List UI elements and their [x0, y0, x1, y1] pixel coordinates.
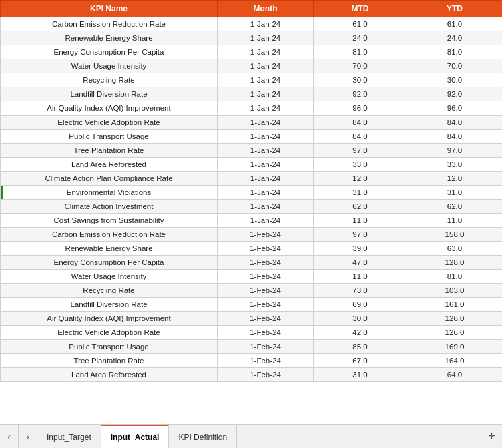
cell-kpi-name: Water Usage Intensity [1, 59, 218, 73]
table-row: Public Transport Usage1-Jan-2484.084.0 [1, 130, 503, 144]
bottom-tabs: ‹ › Input_Target Input_Actual KPI Defini… [0, 424, 502, 448]
table-row: Landfill Diversion Rate1-Feb-2469.0161.0 [1, 298, 503, 312]
cell-mtd: 11.0 [314, 214, 407, 228]
tab-arrow-right[interactable]: › [19, 425, 37, 449]
cell-month: 1-Feb-24 [218, 284, 314, 298]
cell-ytd: 128.0 [407, 256, 503, 270]
cell-ytd: 12.0 [407, 172, 503, 186]
table-row: Recycling Rate1-Jan-2430.030.0 [1, 73, 503, 87]
table-row: Climate Action Investment1-Jan-2462.062.… [1, 200, 503, 214]
cell-mtd: 33.0 [314, 158, 407, 172]
table-row: Carbon Emission Reduction Rate1-Feb-2497… [1, 228, 503, 242]
cell-mtd: 84.0 [314, 130, 407, 144]
table-row: Environmental Violations1-Jan-2431.031.0 [1, 186, 503, 200]
cell-ytd: 62.0 [407, 200, 503, 214]
cell-kpi-name: Carbon Emission Reduction Rate [1, 228, 218, 242]
cell-ytd: 70.0 [407, 59, 503, 73]
cell-month: 1-Jan-24 [218, 45, 314, 59]
cell-ytd: 84.0 [407, 116, 503, 130]
cell-mtd: 11.0 [314, 270, 407, 284]
cell-kpi-name: Air Quality Index (AQI) Improvement [1, 101, 218, 116]
cell-mtd: 62.0 [314, 200, 407, 214]
table-row: Cost Savings from Sustainability1-Jan-24… [1, 214, 503, 228]
cell-mtd: 31.0 [314, 186, 407, 200]
cell-mtd: 12.0 [314, 172, 407, 186]
table-row: Land Area Reforested1-Jan-2433.033.0 [1, 158, 503, 172]
cell-month: 1-Feb-24 [218, 298, 314, 312]
table-body: Carbon Emission Reduction Rate1-Jan-2461… [1, 17, 503, 382]
cell-month: 1-Jan-24 [218, 144, 314, 158]
cell-mtd: 31.0 [314, 368, 407, 382]
cell-mtd: 85.0 [314, 340, 407, 354]
table-row: Energy Consumption Per Capita1-Feb-2447.… [1, 256, 503, 270]
cell-mtd: 39.0 [314, 242, 407, 256]
cell-kpi-name: Climate Action Investment [1, 200, 218, 214]
cell-ytd: 30.0 [407, 73, 503, 87]
table-row: Recycling Rate1-Feb-2473.0103.0 [1, 284, 503, 298]
cell-month: 1-Jan-24 [218, 31, 314, 45]
green-indicator-bar [1, 186, 3, 199]
cell-kpi-name: Energy Consumption Per Capita [1, 256, 218, 270]
cell-ytd: 61.0 [407, 17, 503, 31]
table-row: Tree Plantation Rate1-Feb-2467.0164.0 [1, 354, 503, 368]
cell-kpi-name: Land Area Reforested [1, 368, 218, 382]
cell-month: 1-Feb-24 [218, 326, 314, 340]
cell-month: 1-Feb-24 [218, 242, 314, 256]
table-row: Public Transport Usage1-Feb-2485.0169.0 [1, 340, 503, 354]
tab-input-target[interactable]: Input_Target [37, 425, 101, 449]
cell-mtd: 30.0 [314, 312, 407, 326]
table-container[interactable]: KPI Name Month MTD YTD Carbon Emission R… [0, 0, 502, 424]
cell-ytd: 169.0 [407, 340, 503, 354]
cell-mtd: 70.0 [314, 59, 407, 73]
cell-mtd: 30.0 [314, 73, 407, 87]
cell-kpi-name: Energy Consumption Per Capita [1, 45, 218, 59]
cell-mtd: 81.0 [314, 45, 407, 59]
cell-month: 1-Feb-24 [218, 256, 314, 270]
tab-kpi-definition[interactable]: KPI Definition [169, 425, 237, 449]
cell-mtd: 47.0 [314, 256, 407, 270]
cell-kpi-name: Tree Plantation Rate [1, 354, 218, 368]
cell-ytd: 161.0 [407, 298, 503, 312]
cell-ytd: 158.0 [407, 228, 503, 242]
cell-kpi-name: Cost Savings from Sustainability [1, 214, 218, 228]
cell-ytd: 33.0 [407, 158, 503, 172]
table-row: Energy Consumption Per Capita1-Jan-2481.… [1, 45, 503, 59]
tab-arrow-left[interactable]: ‹ [0, 425, 19, 449]
cell-ytd: 64.0 [407, 368, 503, 382]
cell-mtd: 42.0 [314, 326, 407, 340]
kpi-table: KPI Name Month MTD YTD Carbon Emission R… [0, 0, 502, 382]
cell-ytd: 92.0 [407, 87, 503, 101]
cell-kpi-name: Air Quality Index (AQI) Improvement [1, 312, 218, 326]
tab-add-button[interactable]: + [481, 425, 502, 449]
col-kpi-name: KPI Name [1, 1, 218, 17]
cell-ytd: 97.0 [407, 144, 503, 158]
table-row: Landfill Diversion Rate1-Jan-2492.092.0 [1, 87, 503, 101]
table-header-row: KPI Name Month MTD YTD [1, 1, 503, 17]
cell-kpi-name: Renewable Energy Share [1, 242, 218, 256]
table-row: Tree Plantation Rate1-Jan-2497.097.0 [1, 144, 503, 158]
cell-month: 1-Feb-24 [218, 340, 314, 354]
table-row: Carbon Emission Reduction Rate1-Jan-2461… [1, 17, 503, 31]
col-mtd: MTD [314, 1, 407, 17]
table-row: Electric Vehicle Adoption Rate1-Feb-2442… [1, 326, 503, 340]
tab-input-actual[interactable]: Input_Actual [101, 425, 170, 449]
cell-kpi-name: Recycling Rate [1, 73, 218, 87]
cell-kpi-name: Electric Vehicle Adoption Rate [1, 116, 218, 130]
cell-month: 1-Jan-24 [218, 172, 314, 186]
cell-kpi-name: Electric Vehicle Adoption Rate [1, 326, 218, 340]
cell-mtd: 24.0 [314, 31, 407, 45]
table-row: Air Quality Index (AQI) Improvement1-Jan… [1, 101, 503, 116]
cell-month: 1-Jan-24 [218, 200, 314, 214]
cell-kpi-name: Carbon Emission Reduction Rate [1, 17, 218, 31]
cell-month: 1-Feb-24 [218, 368, 314, 382]
cell-ytd: 81.0 [407, 270, 503, 284]
cell-mtd: 73.0 [314, 284, 407, 298]
table-row: Climate Action Plan Compliance Rate1-Jan… [1, 172, 503, 186]
cell-ytd: 164.0 [407, 354, 503, 368]
cell-kpi-name: Tree Plantation Rate [1, 144, 218, 158]
cell-month: 1-Jan-24 [218, 101, 314, 116]
cell-month: 1-Feb-24 [218, 312, 314, 326]
cell-month: 1-Jan-24 [218, 59, 314, 73]
col-month: Month [218, 1, 314, 17]
cell-kpi-name: Renewable Energy Share [1, 31, 218, 45]
